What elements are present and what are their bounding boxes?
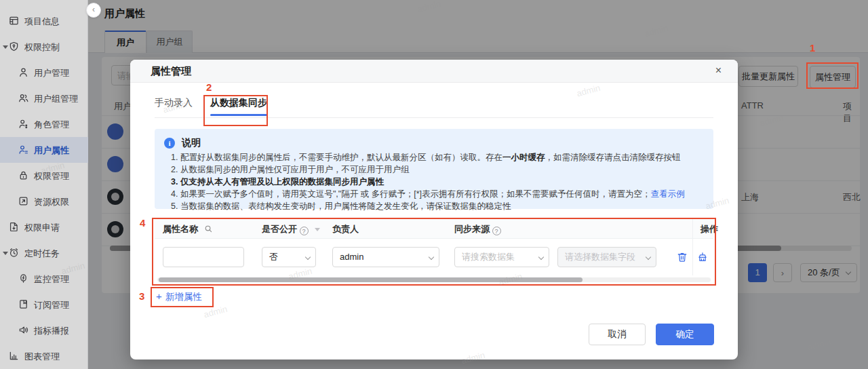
dataset-field-select[interactable]: 请选择数据集字段: [557, 247, 656, 267]
add-attr-button[interactable]: +新增属性: [156, 290, 202, 303]
notice-line-4: 4. 如果要一次赋予多个值时，请用英文逗号","隔开 或 多行赋予；[*]表示拥…: [171, 189, 685, 200]
annotation-number-4: 4: [140, 217, 145, 229]
active-tab-underline: [210, 114, 267, 116]
header-action: 操作: [701, 223, 718, 235]
scrollbar-thumb[interactable]: [159, 277, 583, 282]
filter-caret-icon[interactable]: [315, 228, 320, 231]
search-icon[interactable]: [204, 225, 213, 233]
dataset-select[interactable]: 请搜索数据集: [454, 247, 549, 267]
notice-line-2: 2. 从数据集同步的用户属性仅可应用于用户，不可应用于用户组: [171, 164, 409, 176]
annotation-number-3: 3: [139, 290, 144, 302]
header-sync-source: 同步来源 ?: [454, 223, 501, 235]
notice-line-5: 5. 当数据集的数据、表结构发生变动时，用户属性将随之发生变化，请保证数据集的稳…: [171, 201, 511, 212]
chevron-left-icon: ‹: [92, 5, 95, 14]
header-is-public: 是否公开 ?: [262, 223, 320, 235]
attr-name-input[interactable]: [163, 247, 244, 267]
delete-icon[interactable]: [677, 252, 688, 263]
attr-manage-modal: 属性管理 × 手动录入 从数据集同步 2 i 说明 1. 配置好从数据集同步的属…: [130, 60, 738, 360]
notice-panel: i 说明 1. 配置好从数据集同步的属性后，不需要手动维护，默认从最新分区（如有…: [155, 129, 713, 209]
modal-title: 属性管理: [151, 65, 191, 78]
chevron-down-icon: [538, 254, 544, 260]
chevron-down-icon: [646, 254, 651, 260]
form-horizontal-scrollbar[interactable]: [157, 277, 711, 282]
plus-icon: +: [156, 290, 162, 302]
header-attr-name: 属性名称: [163, 223, 213, 235]
header-owner: 负责人: [332, 223, 359, 235]
sidebar-collapse-button[interactable]: ‹: [86, 3, 101, 18]
close-icon[interactable]: ×: [715, 64, 722, 77]
app-root: 项目信息权限控制用户管理用户组管理角色管理用户属性权限管理资源权限权限申请定时任…: [0, 0, 868, 369]
notice-title: 说明: [182, 137, 201, 149]
modal-header: 属性管理 ×: [130, 60, 738, 83]
confirm-button[interactable]: 确定: [656, 324, 714, 345]
modal-tab-sync-dataset[interactable]: 从数据集同步: [210, 97, 267, 109]
owner-select[interactable]: admin: [332, 247, 439, 267]
help-icon[interactable]: ?: [492, 227, 501, 235]
help-icon[interactable]: ?: [300, 227, 309, 235]
chevron-down-icon: [305, 254, 311, 260]
view-example-link[interactable]: 查看示例: [651, 189, 685, 199]
annotation-number-2: 2: [206, 81, 212, 93]
modal-tab-manual[interactable]: 手动录入: [155, 97, 193, 109]
form-table-header: [155, 218, 713, 239]
modal-overlay: [0, 0, 88, 369]
notice-line-1: 1. 配置好从数据集同步的属性后，不需要手动维护，默认从最新分区（如有）读取。存…: [171, 152, 680, 163]
cancel-button[interactable]: 取消: [589, 324, 646, 345]
clear-cache-icon[interactable]: [697, 252, 708, 263]
is-public-select[interactable]: 否: [262, 247, 316, 267]
chevron-down-icon: [429, 254, 434, 260]
notice-line-3: 3. 仅支持从本人有管理及以上权限的数据集同步用户属性: [171, 176, 384, 188]
info-icon: i: [164, 138, 175, 149]
